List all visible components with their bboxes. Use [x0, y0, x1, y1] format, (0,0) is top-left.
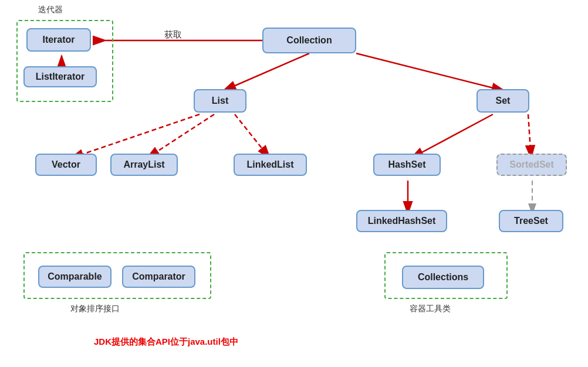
svg-line-9 — [147, 114, 214, 158]
svg-line-12 — [528, 114, 531, 158]
list-node: List — [194, 89, 246, 113]
treeset-node: TreeSet — [499, 210, 563, 232]
sortedset-node: SortedSet — [496, 154, 567, 176]
svg-line-7 — [356, 53, 505, 91]
svg-line-11 — [411, 114, 493, 158]
get-label: 获取 — [164, 29, 182, 40]
svg-line-8 — [70, 114, 200, 158]
linkedlist-node: LinkedList — [234, 154, 307, 176]
collection-node: Collection — [262, 28, 356, 53]
arraylist-node: ArrayList — [110, 154, 178, 176]
linkedhashset-node: LinkedHashSet — [356, 210, 447, 232]
iterator-group-label: 迭代器 — [38, 5, 63, 15]
jdk-description: JDK提供的集合API位于java.util包中 — [94, 337, 238, 348]
iterator-node: Iterator — [26, 28, 91, 52]
sort-interface-box — [23, 252, 211, 299]
listiterator-node: ListIterator — [23, 66, 97, 87]
sort-interface-label: 对象排序接口 — [70, 304, 120, 314]
container-util-label: 容器工具类 — [410, 304, 451, 314]
svg-line-10 — [235, 114, 270, 158]
svg-line-6 — [223, 53, 309, 91]
container-util-box — [384, 252, 508, 299]
set-node: Set — [477, 89, 529, 113]
hashset-node: HashSet — [373, 154, 441, 176]
diagram-container: 迭代器 获取 Collection Iterator ListIterator … — [0, 0, 588, 367]
vector-node: Vector — [35, 154, 97, 176]
